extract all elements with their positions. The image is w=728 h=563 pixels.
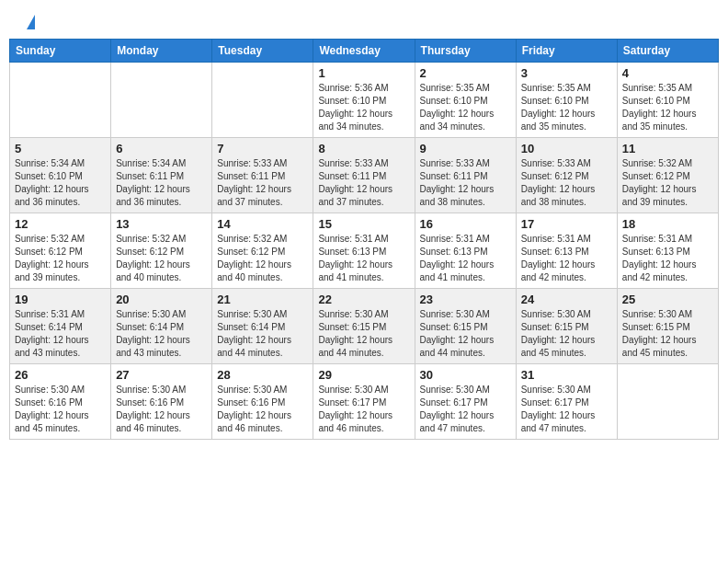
day-info: Sunrise: 5:35 AM Sunset: 6:10 PM Dayligh… xyxy=(420,82,511,133)
col-header-friday: Friday xyxy=(516,40,617,63)
day-number: 28 xyxy=(217,368,308,382)
calendar-cell: 17Sunrise: 5:31 AM Sunset: 6:13 PM Dayli… xyxy=(516,213,617,289)
day-number: 31 xyxy=(521,368,612,382)
day-number: 2 xyxy=(420,66,511,80)
calendar-cell: 29Sunrise: 5:30 AM Sunset: 6:17 PM Dayli… xyxy=(313,364,415,440)
day-info: Sunrise: 5:33 AM Sunset: 6:12 PM Dayligh… xyxy=(521,157,612,209)
col-header-sunday: Sunday xyxy=(10,40,111,63)
calendar-cell xyxy=(617,364,718,440)
day-number: 29 xyxy=(318,368,409,382)
col-header-monday: Monday xyxy=(111,40,212,63)
day-info: Sunrise: 5:31 AM Sunset: 6:13 PM Dayligh… xyxy=(420,233,511,284)
calendar-cell: 14Sunrise: 5:32 AM Sunset: 6:12 PM Dayli… xyxy=(212,213,313,289)
day-number: 18 xyxy=(622,217,713,231)
day-info: Sunrise: 5:30 AM Sunset: 6:17 PM Dayligh… xyxy=(521,384,612,435)
day-number: 10 xyxy=(521,142,612,155)
day-number: 24 xyxy=(521,293,612,306)
calendar-cell: 25Sunrise: 5:30 AM Sunset: 6:15 PM Dayli… xyxy=(617,289,718,364)
calendar-cell: 8Sunrise: 5:33 AM Sunset: 6:11 PM Daylig… xyxy=(313,138,415,213)
calendar-cell: 22Sunrise: 5:30 AM Sunset: 6:15 PM Dayli… xyxy=(313,289,415,364)
calendar-cell: 10Sunrise: 5:33 AM Sunset: 6:12 PM Dayli… xyxy=(516,138,617,213)
calendar-cell: 23Sunrise: 5:30 AM Sunset: 6:15 PM Dayli… xyxy=(415,289,516,364)
calendar-cell xyxy=(212,63,313,138)
day-number: 20 xyxy=(116,293,207,306)
day-number: 9 xyxy=(420,142,511,155)
calendar-cell: 6Sunrise: 5:34 AM Sunset: 6:11 PM Daylig… xyxy=(111,138,212,213)
day-info: Sunrise: 5:30 AM Sunset: 6:17 PM Dayligh… xyxy=(318,384,409,435)
calendar-cell xyxy=(111,63,212,138)
calendar-cell: 28Sunrise: 5:30 AM Sunset: 6:16 PM Dayli… xyxy=(212,364,313,440)
day-info: Sunrise: 5:32 AM Sunset: 6:12 PM Dayligh… xyxy=(217,233,308,284)
day-number: 15 xyxy=(318,217,409,231)
logo xyxy=(23,18,35,29)
day-number: 1 xyxy=(318,66,409,80)
day-number: 19 xyxy=(15,293,106,306)
day-info: Sunrise: 5:33 AM Sunset: 6:11 PM Dayligh… xyxy=(420,157,511,209)
day-info: Sunrise: 5:30 AM Sunset: 6:14 PM Dayligh… xyxy=(217,308,308,360)
day-info: Sunrise: 5:30 AM Sunset: 6:16 PM Dayligh… xyxy=(15,384,106,435)
day-info: Sunrise: 5:34 AM Sunset: 6:11 PM Dayligh… xyxy=(116,157,207,209)
calendar-cell: 27Sunrise: 5:30 AM Sunset: 6:16 PM Dayli… xyxy=(111,364,212,440)
day-number: 21 xyxy=(217,293,308,306)
calendar-cell: 15Sunrise: 5:31 AM Sunset: 6:13 PM Dayli… xyxy=(313,213,415,289)
col-header-tuesday: Tuesday xyxy=(212,40,313,63)
day-number: 6 xyxy=(116,142,207,155)
day-info: Sunrise: 5:31 AM Sunset: 6:13 PM Dayligh… xyxy=(318,233,409,284)
calendar-cell: 7Sunrise: 5:33 AM Sunset: 6:11 PM Daylig… xyxy=(212,138,313,213)
day-number: 27 xyxy=(116,368,207,382)
calendar-cell: 9Sunrise: 5:33 AM Sunset: 6:11 PM Daylig… xyxy=(415,138,516,213)
calendar-cell: 12Sunrise: 5:32 AM Sunset: 6:12 PM Dayli… xyxy=(10,213,111,289)
calendar-cell: 24Sunrise: 5:30 AM Sunset: 6:15 PM Dayli… xyxy=(516,289,617,364)
calendar-cell: 11Sunrise: 5:32 AM Sunset: 6:12 PM Dayli… xyxy=(617,138,718,213)
calendar-table: SundayMondayTuesdayWednesdayThursdayFrid… xyxy=(9,39,719,440)
day-number: 3 xyxy=(521,66,612,80)
day-number: 14 xyxy=(217,217,308,231)
day-info: Sunrise: 5:36 AM Sunset: 6:10 PM Dayligh… xyxy=(318,82,409,133)
day-info: Sunrise: 5:31 AM Sunset: 6:13 PM Dayligh… xyxy=(622,233,713,284)
calendar-cell: 4Sunrise: 5:35 AM Sunset: 6:10 PM Daylig… xyxy=(617,63,718,138)
day-info: Sunrise: 5:30 AM Sunset: 6:17 PM Dayligh… xyxy=(420,384,511,435)
logo-triangle-icon xyxy=(27,15,35,29)
day-info: Sunrise: 5:30 AM Sunset: 6:15 PM Dayligh… xyxy=(318,308,409,360)
calendar-cell: 2Sunrise: 5:35 AM Sunset: 6:10 PM Daylig… xyxy=(415,63,516,138)
calendar-cell: 1Sunrise: 5:36 AM Sunset: 6:10 PM Daylig… xyxy=(313,63,415,138)
day-info: Sunrise: 5:32 AM Sunset: 6:12 PM Dayligh… xyxy=(622,157,713,209)
day-number: 8 xyxy=(318,142,409,155)
day-info: Sunrise: 5:35 AM Sunset: 6:10 PM Dayligh… xyxy=(521,82,612,133)
day-number: 16 xyxy=(420,217,511,231)
col-header-thursday: Thursday xyxy=(415,40,516,63)
calendar-cell: 13Sunrise: 5:32 AM Sunset: 6:12 PM Dayli… xyxy=(111,213,212,289)
calendar-cell xyxy=(10,63,111,138)
day-info: Sunrise: 5:31 AM Sunset: 6:13 PM Dayligh… xyxy=(521,233,612,284)
calendar-cell: 3Sunrise: 5:35 AM Sunset: 6:10 PM Daylig… xyxy=(516,63,617,138)
day-number: 13 xyxy=(116,217,207,231)
day-number: 4 xyxy=(622,66,713,80)
day-number: 26 xyxy=(15,368,106,382)
calendar-cell: 19Sunrise: 5:31 AM Sunset: 6:14 PM Dayli… xyxy=(10,289,111,364)
day-info: Sunrise: 5:32 AM Sunset: 6:12 PM Dayligh… xyxy=(116,233,207,284)
calendar-cell: 16Sunrise: 5:31 AM Sunset: 6:13 PM Dayli… xyxy=(415,213,516,289)
day-info: Sunrise: 5:35 AM Sunset: 6:10 PM Dayligh… xyxy=(622,82,713,133)
page-header xyxy=(9,9,719,34)
day-number: 7 xyxy=(217,142,308,155)
day-info: Sunrise: 5:33 AM Sunset: 6:11 PM Dayligh… xyxy=(318,157,409,209)
calendar-cell: 31Sunrise: 5:30 AM Sunset: 6:17 PM Dayli… xyxy=(516,364,617,440)
day-number: 12 xyxy=(15,217,106,231)
day-info: Sunrise: 5:34 AM Sunset: 6:10 PM Dayligh… xyxy=(15,157,106,209)
col-header-saturday: Saturday xyxy=(617,40,718,63)
day-number: 25 xyxy=(622,293,713,306)
day-number: 11 xyxy=(622,142,713,155)
day-number: 22 xyxy=(318,293,409,306)
calendar-cell: 26Sunrise: 5:30 AM Sunset: 6:16 PM Dayli… xyxy=(10,364,111,440)
day-info: Sunrise: 5:30 AM Sunset: 6:14 PM Dayligh… xyxy=(116,308,207,360)
day-info: Sunrise: 5:30 AM Sunset: 6:16 PM Dayligh… xyxy=(217,384,308,435)
day-info: Sunrise: 5:33 AM Sunset: 6:11 PM Dayligh… xyxy=(217,157,308,209)
day-info: Sunrise: 5:30 AM Sunset: 6:15 PM Dayligh… xyxy=(420,308,511,360)
calendar-cell: 18Sunrise: 5:31 AM Sunset: 6:13 PM Dayli… xyxy=(617,213,718,289)
day-info: Sunrise: 5:30 AM Sunset: 6:16 PM Dayligh… xyxy=(116,384,207,435)
day-info: Sunrise: 5:30 AM Sunset: 6:15 PM Dayligh… xyxy=(622,308,713,360)
day-number: 23 xyxy=(420,293,511,306)
day-number: 5 xyxy=(15,142,106,155)
calendar-cell: 20Sunrise: 5:30 AM Sunset: 6:14 PM Dayli… xyxy=(111,289,212,364)
calendar-cell: 30Sunrise: 5:30 AM Sunset: 6:17 PM Dayli… xyxy=(415,364,516,440)
